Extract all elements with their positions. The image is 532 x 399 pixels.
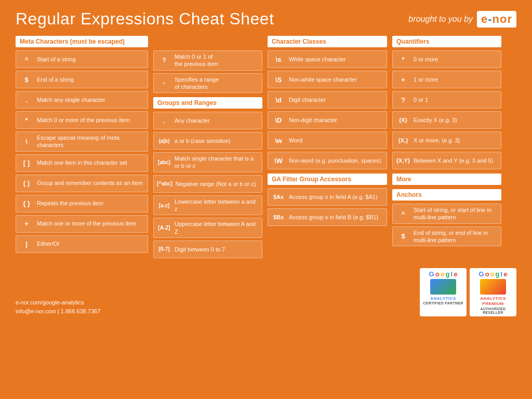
list-item: $Bx Access group x in field B (e.g. $B1)	[268, 208, 387, 226]
google-analytics-premium-badge: G o o g l e ANALYTICS PREMIUM AUTHORIZED…	[470, 268, 516, 316]
meta-characters-header: Meta Characters (must be escaped)	[16, 36, 148, 47]
list-item: \W Non-word (e.g. punctuation, spaces)	[268, 152, 387, 169]
list-item: \D Non-digit character	[268, 111, 387, 129]
groups-ranges-header: Groups and Ranges	[153, 97, 262, 109]
badge-premium-label: ANALYTICS PREMIUM	[473, 296, 513, 307]
list-item: { } Repeats the previous item	[16, 195, 148, 212]
list-item: . Match any single character	[16, 91, 148, 109]
ga-filter-header: GA Filter Group Accessors	[268, 174, 387, 185]
list-item: \s White space character	[268, 50, 387, 68]
header-brand: brought to you by e-nor	[408, 11, 516, 28]
header: Regular Expressions Cheat Sheet brought …	[16, 9, 516, 29]
list-item: \S Non-white space character	[268, 71, 387, 88]
list-item: [ ] Match one item in this character set	[16, 154, 148, 172]
list-item: \w Word	[268, 131, 387, 149]
list-item: (a|b) a or b (case sensitive)	[153, 132, 262, 150]
footer: e-nor.com/google-analytics info@e-nor.co…	[16, 266, 516, 316]
list-item: - Specifies a rangeof characters	[153, 73, 262, 94]
col3-section: Character Classes \s White space charact…	[268, 36, 387, 229]
list-item: $Ax Access group x in field A (e.g. $A1)	[268, 188, 387, 206]
list-item: + Match one or more of the previous item	[16, 215, 148, 233]
google-logo-2: G o o g l e	[479, 270, 508, 278]
google-logo: G o o g l e	[429, 270, 458, 278]
list-item: * Match 0 or more of the previous item	[16, 111, 148, 129]
list-item: {X,} X or more, (e.g. 3)	[392, 131, 501, 149]
list-item: * 0 or more	[392, 50, 501, 68]
list-item: [0-7] Digit between 0 to 7	[153, 241, 262, 258]
page: Regular Expressions Cheat Sheet brought …	[0, 0, 532, 399]
list-item: \ Escape special meaning of meta charact…	[16, 131, 148, 152]
list-item: ? 0 or 1	[392, 91, 501, 109]
col4-section: Quantifiers * 0 or more + 1 or more ? 0 …	[392, 36, 501, 249]
list-item: $ End of a string	[16, 71, 148, 88]
brand-prefix: brought to you by	[408, 15, 473, 24]
brand-logo: e-nor	[477, 11, 516, 28]
list-item: {X,Y} Between X and Y (e.g. 3 and 5)	[392, 152, 501, 169]
list-item: + 1 or more	[392, 71, 501, 88]
col2-section: space ? Match 0 or 1 ofthe previous item…	[153, 36, 262, 261]
footer-contact: e-nor.com/google-analytics info@e-nor.co…	[16, 298, 100, 316]
footer-url: e-nor.com/google-analytics	[16, 298, 100, 308]
badge-type: CERTIFIED PARTNER	[423, 301, 463, 305]
more-header: More	[392, 174, 501, 185]
meta-characters-section: Meta Characters (must be escaped) ^ Star…	[16, 36, 148, 256]
list-item: | Either/Or	[16, 235, 148, 253]
analytics-icon	[430, 279, 456, 295]
footer-badges: G o o g l e ANALYTICS CERTIFIED PARTNER …	[420, 268, 516, 316]
badge-type-2: AUTHORIZED RESELLER	[473, 307, 513, 314]
footer-email: info@e-nor.com | 1.866.638.7367	[16, 307, 100, 316]
list-item: \d Digit character	[268, 91, 387, 109]
google-analytics-badge: G o o g l e ANALYTICS CERTIFIED PARTNER	[420, 268, 467, 316]
list-item: . Any character	[153, 112, 262, 129]
character-classes-header: Character Classes	[268, 36, 387, 47]
list-item: ^ Start of string, or start of line in m…	[392, 204, 501, 224]
list-item: ^ Start of a string	[16, 50, 148, 68]
anchors-header: Anchors	[392, 189, 501, 201]
analytics-premium-icon	[480, 279, 506, 295]
badge-label: ANALYTICS	[430, 296, 456, 301]
quantifiers-header: Quantifiers	[392, 36, 501, 47]
list-item: [A-Z] Uppercase letter between A and Z	[153, 218, 262, 238]
list-item: $ End of string, or end of line in multi…	[392, 227, 501, 247]
list-item: [a-z] Lowercase letter between a and z	[153, 195, 262, 216]
list-item: [^abc] Negative range (Not a or b or c)	[153, 175, 262, 193]
page-title: Regular Expressions Cheat Sheet	[16, 9, 274, 29]
list-item: ( ) Group and remember contents as an it…	[16, 175, 148, 192]
list-item: {X} Exactly X (e.g. 3)	[392, 111, 501, 129]
list-item: [abc] Match single character that is a o…	[153, 152, 262, 172]
list-item: ? Match 0 or 1 ofthe previous item	[153, 50, 262, 71]
